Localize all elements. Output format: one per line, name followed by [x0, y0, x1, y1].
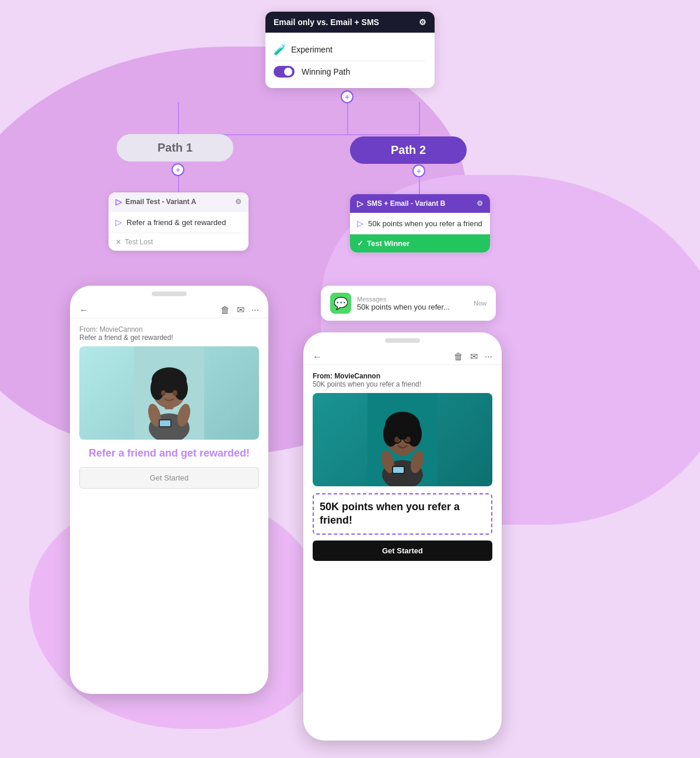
sms-notification-title: Messages	[357, 296, 468, 303]
phone-left-notch	[70, 286, 268, 302]
phone-right-cta[interactable]: Get Started	[313, 541, 492, 561]
email-variant-body: ▷ Refer a friend & get rewarded	[108, 212, 249, 233]
email-variant-title: Email Test - Variant A	[125, 198, 196, 206]
send-icon-sms: ▷	[357, 199, 363, 208]
winning-path-toggle[interactable]	[274, 66, 295, 78]
trash-icon-right[interactable]: 🗑	[454, 352, 463, 362]
winning-path-row: Winning Path	[274, 61, 426, 82]
cross-icon: ✕	[116, 238, 121, 246]
sms-variant-header: ▷ SMS + Email - Variant B ⚙	[350, 194, 490, 213]
send-icon-sms-body: ▷	[357, 219, 363, 228]
phone-right-sms-text: 50K points when you refer a friend!	[320, 500, 485, 528]
svg-point-7	[150, 377, 164, 400]
phone-left-subject: Refer a friend & get rewarded!	[79, 334, 259, 342]
sms-variant-card: ▷ SMS + Email - Variant B ⚙ ▷ 50k points…	[350, 194, 490, 252]
svg-point-10	[173, 390, 177, 396]
phone-right-image	[313, 393, 492, 486]
phone-right-sender: From: MovieCannon	[313, 372, 492, 380]
more-icon-right[interactable]: ···	[485, 352, 492, 362]
email-variant-card: ▷ Email Test - Variant A ⚙ ▷ Refer a fri…	[108, 192, 249, 251]
test-lost-label: Test Lost	[125, 238, 153, 246]
phone-left-sender: From: MovieCannon	[79, 325, 259, 334]
experiment-label: Experiment	[291, 45, 332, 54]
winning-path-label: Winning Path	[302, 67, 350, 76]
gear-icon-sms[interactable]: ⚙	[477, 199, 483, 208]
test-winner-label: Test Winner	[367, 239, 410, 248]
experiment-body: 🧪 Experiment Winning Path	[265, 33, 435, 88]
svg-rect-25	[393, 467, 404, 473]
svg-point-9	[161, 390, 166, 396]
experiment-title: Email only vs. Email + SMS	[274, 17, 379, 27]
send-icon-body: ▷	[116, 217, 122, 227]
email-variant-footer: ✕ Test Lost	[108, 233, 249, 251]
experiment-row: 🧪 Experiment	[274, 38, 426, 61]
phone-left-toolbar: ← 🗑 ✉ ···	[70, 302, 268, 318]
path1-node[interactable]: Path 1	[117, 134, 233, 162]
svg-point-22	[394, 437, 399, 443]
phone-left-image	[79, 346, 259, 440]
phone-left: ← 🗑 ✉ ··· From: MovieCannon Refer a frie…	[70, 286, 268, 694]
gear-icon[interactable]: ⚙	[419, 17, 426, 27]
experiment-card: Email only vs. Email + SMS ⚙ 🧪 Experimen…	[265, 12, 435, 88]
phone-left-cta[interactable]: Get Started	[79, 467, 259, 489]
person-illustration	[134, 346, 204, 440]
add-node-top[interactable]: +	[341, 90, 354, 103]
phone-right-sms-box: 50K points when you refer a friend!	[313, 493, 492, 535]
email-variant-message: Refer a friend & get rewarded	[127, 218, 226, 227]
test-winner-badge: ✓ Test Winner	[350, 234, 490, 252]
sms-variant-message: 50k points when you refer a friend	[368, 219, 482, 228]
sms-variant-title: SMS + Email - Variant B	[367, 199, 445, 208]
svg-point-23	[406, 437, 411, 443]
gear-icon-email[interactable]: ⚙	[235, 198, 242, 206]
send-icon: ▷	[116, 197, 122, 206]
back-icon[interactable]: ←	[79, 305, 89, 315]
connector-v3	[419, 102, 420, 135]
more-icon[interactable]: ···	[251, 305, 259, 315]
connector-v2	[178, 102, 179, 135]
mail-icon-right[interactable]: ✉	[470, 351, 478, 362]
path2-node[interactable]: Path 2	[350, 136, 467, 164]
check-icon: ✓	[357, 239, 363, 248]
phone-right-toolbar: ← 🗑 ✉ ···	[303, 349, 502, 365]
svg-point-8	[174, 377, 188, 400]
sms-notification-preview: 50k points when you refer...	[357, 303, 468, 311]
back-icon-right[interactable]: ←	[313, 352, 322, 362]
sms-notification-content: Messages 50k points when you refer...	[357, 296, 468, 311]
trash-icon[interactable]: 🗑	[220, 305, 230, 315]
phone-right-subject: 50K points when you refer a friend!	[313, 380, 492, 388]
connector-v1	[347, 99, 348, 134]
flask-icon: 🧪	[274, 43, 286, 56]
path1-label: Path 1	[158, 141, 192, 154]
svg-rect-12	[160, 420, 170, 426]
sms-app-icon: 💬	[330, 293, 351, 314]
sms-notification-time: Now	[474, 300, 487, 307]
phone-right-content: From: MovieCannon 50K points when you re…	[303, 365, 502, 568]
sms-notification: 💬 Messages 50k points when you refer... …	[321, 286, 496, 321]
phone-right: ← 🗑 ✉ ··· From: MovieCannon 50K points w…	[303, 332, 502, 741]
email-variant-header: ▷ Email Test - Variant A ⚙	[108, 192, 249, 212]
mail-icon[interactable]: ✉	[237, 304, 244, 315]
add-node-path1[interactable]: +	[172, 163, 184, 176]
phone-left-content: From: MovieCannon Refer a friend & get r…	[70, 318, 268, 496]
sms-variant-body: ▷ 50k points when you refer a friend	[350, 213, 490, 234]
phone-right-notch	[303, 332, 502, 349]
add-node-path2[interactable]: +	[412, 164, 425, 177]
experiment-header: Email only vs. Email + SMS ⚙	[265, 12, 435, 33]
person-illustration-right	[368, 393, 438, 486]
phone-left-headline: Refer a friend and get rewarded!	[79, 447, 259, 460]
path2-label: Path 2	[391, 143, 426, 156]
